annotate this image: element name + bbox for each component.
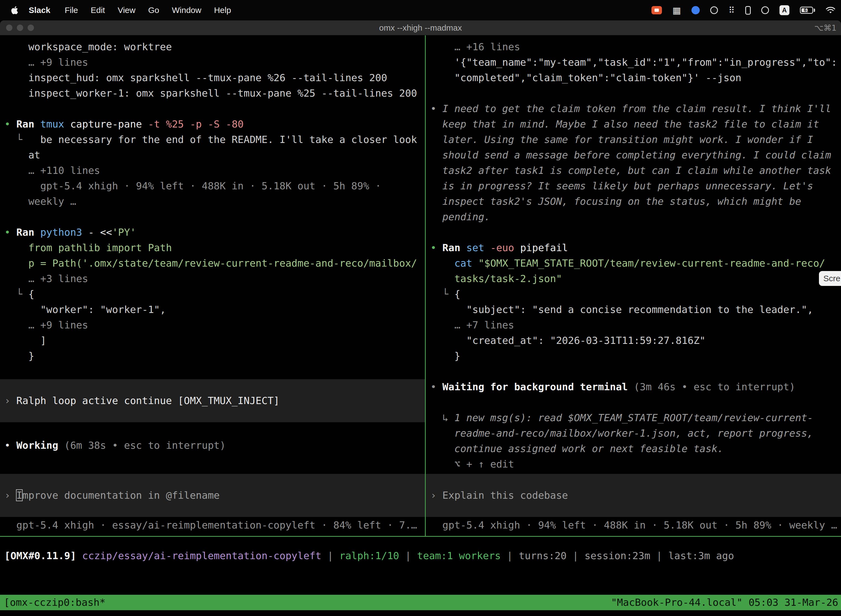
text-segment: last:3m ago [668, 550, 734, 561]
text-segment: › [4, 395, 16, 406]
close-button[interactable] [6, 25, 12, 31]
text-segment: weekly … [4, 196, 76, 207]
terminal-line: inspect task2's JSON, focusing on the st… [431, 194, 841, 209]
composer-row[interactable]: › Explain this codebase [426, 474, 841, 517]
tmux-window-list[interactable]: [omx-cczip0:bash* [4, 595, 105, 610]
screen-recording-indicator-icon[interactable] [652, 6, 662, 14]
terminal-line: ⌥ + ↑ edit [431, 456, 841, 472]
wifi-icon[interactable] [826, 6, 835, 14]
terminal-line: readme-and-reco/mailbox/worker-1.json, a… [431, 425, 841, 441]
screenshot-chip[interactable]: Scre [819, 271, 841, 286]
menu-go[interactable]: Go [148, 6, 159, 15]
terminal-line: └ be necessary for the end of the README… [4, 132, 425, 147]
text-segment: Ran [16, 227, 40, 238]
terminal-line [4, 101, 425, 116]
menu-view[interactable]: View [117, 6, 135, 15]
text-segment: readme-and-reco/mailbox/worker-1.json, a… [431, 427, 813, 439]
terminal-line: "completed","claim_token":"claim-token"}… [431, 70, 841, 85]
window-title-bar: omx --xhigh --madmax ⌥⌘1 [0, 21, 841, 35]
text-segment: mprove documentation in @filename [22, 490, 220, 501]
text-segment: "$OMX_TEAM_STATE_ROOT/team/review-curren… [478, 258, 825, 269]
text-segment: inspect task2's JSON, focusing on the st… [431, 196, 801, 207]
text-segment: Waiting for background terminal [442, 381, 634, 392]
phone-icon[interactable] [745, 6, 751, 15]
text-segment: • [4, 119, 16, 130]
text-segment: task2 after task1 is complete, but can I… [431, 165, 831, 176]
terminal-line: "created_at": "2026-03-31T11:59:27.816Z" [431, 333, 841, 348]
gauge-icon[interactable] [761, 6, 769, 14]
terminal-line: … +3 lines [4, 271, 425, 286]
text-segment: "completed","claim_token":"claim-token"}… [431, 72, 741, 84]
composer-row[interactable]: › Improve documentation in @filename [0, 474, 425, 517]
zoom-button[interactable] [28, 25, 34, 31]
battery-percent: 61 [801, 7, 812, 13]
text-segment: (3m 46s • esc to interrupt) [634, 381, 795, 392]
terminal-line: gpt-5.4 xhigh · essay/ai-reimplementatio… [4, 518, 425, 533]
terminal-line [431, 85, 841, 101]
composer-row[interactable]: › Ralph loop active continue [OMX_TMUX_I… [0, 379, 425, 422]
terminal-area: workspace_mode: worktree … +9 lines insp… [0, 35, 841, 536]
window-title: omx --xhigh --madmax [379, 23, 462, 32]
terminal-line [4, 364, 425, 379]
window-grid-icon[interactable]: ▦ [673, 6, 681, 15]
terminal-line: at [4, 147, 425, 163]
text-segment: } [431, 350, 460, 362]
record-ring-icon[interactable] [710, 6, 718, 14]
text-segment: … +3 lines [4, 273, 88, 284]
menu-items: FileEditViewGoWindowHelp [64, 6, 231, 15]
menu-window[interactable]: Window [172, 6, 201, 15]
terminal-line: keep that in mind. Maybe I also need the… [431, 116, 841, 132]
text-segment: [OMX#0.11.9] [4, 550, 76, 561]
text-segment: later. Using the same for transition mig… [431, 134, 813, 145]
text-segment: Ran [16, 119, 40, 130]
text-segment: "worker": "worker-1", [4, 304, 166, 315]
minimize-button[interactable] [17, 25, 23, 31]
text-segment: Explain this codebase [442, 490, 568, 501]
keyboard-input-icon[interactable]: A [779, 5, 790, 15]
terminal-line [4, 209, 425, 224]
terminal-line [431, 224, 841, 240]
text-segment: - << [88, 227, 112, 238]
terminal-line: task2 after task1 is complete, but can I… [431, 163, 841, 178]
menu-file[interactable]: File [64, 6, 78, 15]
window-controls [6, 21, 34, 35]
tmux-horizontal-border [0, 536, 841, 537]
text-segment: session:23m [585, 550, 650, 561]
menu-edit[interactable]: Edit [91, 6, 105, 15]
text-segment: ↳ [431, 412, 454, 423]
terminal-pane-right[interactable]: … +16 lines '{"team_name":"my-team","tas… [426, 35, 841, 536]
terminal-line: is in progress? It seems likely but perh… [431, 178, 841, 194]
terminal-line: └ { [431, 286, 841, 302]
apple-menu-icon[interactable] [10, 6, 19, 15]
text-segment: › [431, 490, 442, 501]
menu-help[interactable]: Help [214, 6, 231, 15]
dots-grid-icon[interactable]: ⠿ [728, 6, 735, 15]
terminal-line: • Ran python3 - <<'PY' [4, 224, 425, 240]
battery-body: 61 [800, 7, 813, 14]
battery-icon[interactable]: 61 [800, 7, 815, 14]
terminal-line: • Waiting for background terminal (3m 46… [431, 379, 841, 395]
terminal-line: workspace_mode: worktree [4, 39, 425, 55]
text-segment: capture-pane [70, 119, 148, 130]
blue-app-icon[interactable] [692, 6, 700, 14]
text-segment: | [567, 550, 585, 561]
text-segment: pipefail [520, 242, 568, 253]
text-segment: I need to get the claim token from the c… [442, 103, 831, 114]
text-segment: • [431, 242, 442, 253]
terminal-line: "subject": "send a concise recommendatio… [431, 302, 841, 317]
terminal-line: gpt-5.4 xhigh · 94% left · 488K in · 5.1… [4, 178, 425, 194]
text-segment: should send a message before completing … [431, 149, 831, 161]
text-segment: gpt-5.4 xhigh · essay/ai-reimplementatio… [4, 519, 417, 531]
terminal-line: • I need to get the claim token from the… [431, 101, 841, 116]
input-source-label: A [782, 6, 787, 14]
terminal-line: cat "$OMX_TEAM_STATE_ROOT/team/review-cu… [431, 255, 841, 271]
active-app-name[interactable]: Slack [29, 6, 50, 15]
text-segment: | [321, 550, 339, 561]
text-segment: cat [431, 258, 478, 269]
terminal-line: continue assigned work or next feasible … [431, 441, 841, 456]
text-segment: ralph:1/10 [339, 550, 399, 561]
terminal-pane-left[interactable]: workspace_mode: worktree … +9 lines insp… [0, 35, 425, 536]
text-segment: • [431, 381, 442, 392]
text-segment: from pathlib import Path [4, 242, 172, 253]
text-segment: › [4, 490, 16, 501]
